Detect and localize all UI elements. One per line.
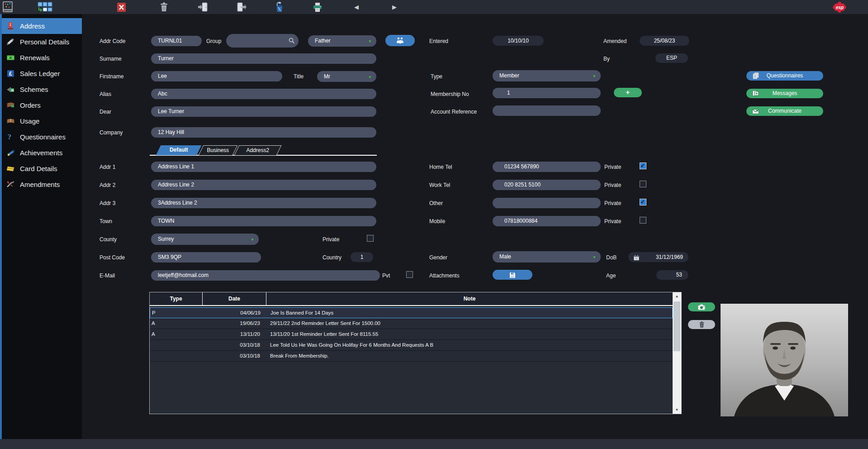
work-tel-private-checkbox[interactable] [640,181,646,187]
sidebar-item-address[interactable]: Address [2,18,82,34]
entered-field: 10/10/10 [493,36,544,46]
work-tel-field[interactable]: 020 8251 5100 [493,180,601,190]
esp-logo-text: esp [836,5,844,10]
address-private-checkbox[interactable] [367,235,374,242]
account-reference-field[interactable] [493,105,601,116]
column-header-note[interactable]: Note [266,292,673,305]
sidebar-item-label: Schemes [20,86,48,93]
membership-no-field[interactable]: 1 [493,88,601,98]
calendar-icon[interactable] [634,254,639,264]
mobile-field[interactable]: 07818000884 [493,216,601,226]
addr2-field[interactable]: Address Line 2 [151,180,376,190]
delete-icon[interactable] [158,1,170,13]
communicate-icon [752,108,759,115]
sidebar-item-personal-details[interactable]: Personal Details [2,34,82,50]
notes-scrollbar[interactable] [673,292,681,414]
sidebar-item-card-details[interactable]: Card Details [2,161,82,177]
table-row[interactable]: 03/10/18 Lee Told Us He Was Going On Hol… [150,340,673,351]
communicate-button[interactable]: Communicate [746,106,823,116]
email-field[interactable]: leetjeff@hotmail.com [151,270,380,281]
column-header-date[interactable]: Date [203,292,266,305]
scrollbar-thumb[interactable] [674,301,680,351]
mobile-private-checkbox[interactable] [640,217,646,224]
sidebar-item-questionnaires[interactable]: ? Questionnaires [2,129,82,145]
archive-icon[interactable] [274,1,285,13]
table-row[interactable]: 03/10/18 Break From Membership. [150,351,673,362]
email-private-checkbox[interactable] [406,271,413,278]
attachments-button[interactable] [493,270,532,280]
scroll-up-icon[interactable] [673,292,681,300]
cell-note: 29/11/22 2nd Reminder Letter Sent For 15… [266,318,673,329]
close-icon[interactable] [115,1,127,13]
forward-icon[interactable] [389,1,400,13]
door-in-icon[interactable] [197,1,209,13]
notes-table: Type Date Note P 04/06/19 Joe Is Banned … [149,292,682,414]
sidebar-item-renewals[interactable]: Renewals [2,50,82,66]
table-row[interactable]: A 13/11/20 13/11/20 1st Reminder Letter … [150,329,673,340]
dob-value: 31/12/1969 [656,254,683,260]
messages-button[interactable]: Messages [746,89,823,98]
back-icon[interactable] [351,1,362,13]
group-field[interactable] [226,34,299,48]
sidebar-item-orders[interactable]: Orders [2,97,82,113]
sidebar-item-schemes[interactable]: N Schemes [2,81,82,97]
tab-default[interactable]: Default [156,145,202,155]
home-tel-private-checkbox[interactable] [640,162,646,169]
other-tel-private-checkbox[interactable] [640,199,646,205]
post-code-field[interactable]: SM3 9QP [151,252,261,263]
by-label: By [603,56,610,62]
title-dropdown[interactable]: Mr [317,71,376,82]
tab-default-label: Default [158,145,199,155]
firstname-field[interactable]: Lee [151,71,282,81]
town-field[interactable]: TOWN [151,216,376,226]
addr2-label: Addr 2 [100,182,115,188]
search-icon[interactable] [289,38,295,46]
addr-code-field[interactable]: TURNL01 [151,36,202,46]
sidebar-item-label: Questionnaires [20,133,66,141]
age-label: Age [606,272,616,279]
door-out-icon[interactable] [236,1,248,13]
sidebar-item-usage[interactable]: Usage [2,113,82,129]
alias-label: Alias [100,91,111,97]
member-record-window: esp Address Personal Details Renewals £ … [0,0,868,449]
usage-icon [6,117,14,125]
table-row[interactable]: P 04/06/19 Joe Is Banned For 14 Days [150,307,673,318]
delete-photo-button[interactable] [688,320,715,329]
other-tel-field[interactable] [493,198,601,208]
questionnaires-button[interactable]: Questionnaires [746,71,823,81]
sidebar-item-amendments[interactable]: Amendments [2,177,82,192]
sales-ledger-icon: £ [6,70,14,78]
scroll-down-icon[interactable] [673,406,681,414]
print-icon[interactable] [312,1,323,13]
tab-business[interactable]: Business [199,145,238,155]
work-tel-label: Work Tel [429,182,450,188]
surname-field[interactable]: Turner [151,53,376,64]
addr3-field[interactable]: 3Address Line 2 [151,198,376,208]
cell-date: 13/11/20 [203,329,266,339]
svg-text:N: N [11,89,14,92]
address-icon [6,22,14,30]
notes-table-header: Type Date Note [150,292,673,306]
home-tel-field[interactable]: 01234 567890 [493,162,601,172]
add-membership-button[interactable] [614,88,642,97]
relationship-dropdown[interactable]: Father [308,35,376,47]
dob-field[interactable]: 31/12/1969 [628,252,688,262]
column-header-type[interactable]: Type [150,292,203,305]
sidebar-item-sales-ledger[interactable]: £ Sales Ledger [2,66,82,81]
sidebar-item-achievements[interactable]: Achievements [2,145,82,161]
company-field[interactable]: 12 Hay Hill [151,127,376,138]
chevron-down-icon [593,251,596,263]
type-dropdown[interactable]: Member [493,70,601,81]
alias-field[interactable]: Abc [151,89,376,99]
dear-field[interactable]: Lee Turner [151,106,376,117]
gender-dropdown[interactable]: Male [493,251,601,263]
addr1-field[interactable]: Address Line 1 [151,162,376,172]
esp-logo: esp [832,1,847,13]
family-button[interactable] [385,35,415,46]
table-row[interactable]: A 19/06/23 29/11/22 2nd Reminder Letter … [150,318,673,329]
county-dropdown[interactable]: Surrey [151,234,259,245]
membership-no-label: Membership No [431,91,469,97]
layout-icon[interactable] [37,1,53,13]
camera-button[interactable] [688,302,715,311]
tab-address2[interactable]: Address2 [234,145,282,155]
